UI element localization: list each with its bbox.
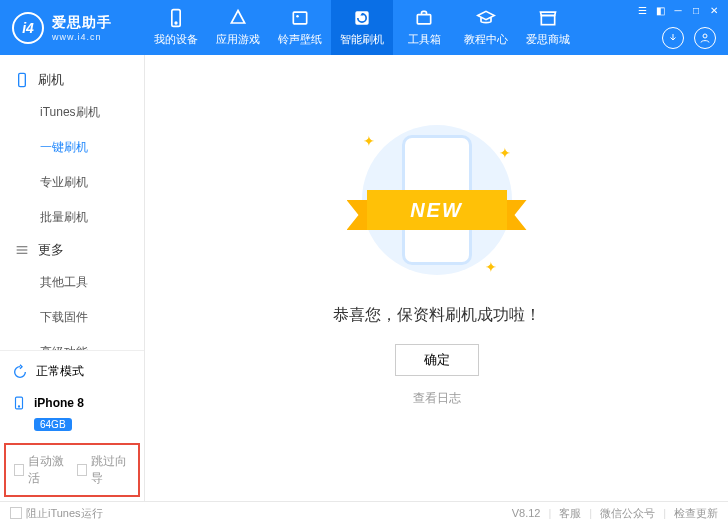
checkbox-label: 阻止iTunes运行 [26,506,103,521]
ribbon-text: NEW [367,190,507,230]
nav-ringtones[interactable]: 铃声壁纸 [269,0,331,55]
footer: 阻止iTunes运行 V8.12 | 客服 | 微信公众号 | 检查更新 [0,501,728,524]
svg-rect-6 [541,16,554,25]
sidebar-item-oneclick-flash[interactable]: 一键刷机 [0,130,144,165]
storage-badge: 64GB [34,418,72,431]
checkbox-icon [77,464,87,476]
close-icon[interactable]: ✕ [708,4,720,16]
success-message: 恭喜您，保资料刷机成功啦！ [333,305,541,326]
nav-label: 教程中心 [464,32,508,47]
toolbox-icon [414,8,434,28]
sidebar-item-itunes-flash[interactable]: iTunes刷机 [0,95,144,130]
skin-icon[interactable]: ◧ [654,4,666,16]
svg-point-7 [703,34,707,38]
auto-activate-checkbox[interactable]: 自动激活 [14,453,67,487]
sidebar-item-pro-flash[interactable]: 专业刷机 [0,165,144,200]
nav-label: 智能刷机 [340,32,384,47]
svg-rect-2 [293,12,306,24]
svg-rect-5 [417,15,430,24]
svg-point-13 [18,406,19,407]
logo-icon: i4 [12,12,44,44]
store-icon [538,8,558,28]
flash-icon [352,8,372,28]
nav-store[interactable]: 爱思商城 [517,0,579,55]
wechat-link[interactable]: 微信公众号 [600,506,655,521]
sidebar-item-other-tools[interactable]: 其他工具 [0,265,144,300]
nav-label: 我的设备 [154,32,198,47]
apps-icon [228,8,248,28]
phone-icon [14,72,30,88]
user-icon [699,32,711,44]
nav-toolbox[interactable]: 工具箱 [393,0,455,55]
window-controls: ☰ ◧ ─ □ ✕ [636,4,720,16]
svg-point-3 [296,15,299,17]
update-link[interactable]: 检查更新 [674,506,718,521]
block-itunes-checkbox[interactable]: 阻止iTunes运行 [10,506,103,521]
checkbox-icon [14,464,24,476]
group-title: 更多 [38,241,64,259]
logo-area: i4 爱思助手 www.i4.cn [0,0,145,55]
list-icon [14,242,30,258]
group-title: 刷机 [38,71,64,89]
refresh-icon[interactable] [12,364,28,380]
minimize-icon[interactable]: ─ [672,4,684,16]
brand-subtitle: www.i4.cn [52,32,112,42]
nav-my-device[interactable]: 我的设备 [145,0,207,55]
sidebar-group-flash: 刷机 [0,65,144,95]
ok-button[interactable]: 确定 [395,344,479,376]
nav-tutorials[interactable]: 教程中心 [455,0,517,55]
graduation-icon [476,8,496,28]
menu-icon[interactable]: ☰ [636,4,648,16]
main-content: ✦ ✦ ✦ ☺ NEW 恭喜您，保资料刷机成功啦！ 确定 查看日志 [145,55,728,501]
device-phone-icon [12,394,26,412]
phone-icon [166,8,186,28]
sidebar: 刷机 iTunes刷机 一键刷机 专业刷机 批量刷机 更多 其他工具 下载固件 … [0,55,145,501]
image-icon [290,8,310,28]
skip-guide-checkbox[interactable]: 跳过向导 [77,453,130,487]
download-icon [667,32,679,44]
checkbox-icon [10,507,22,519]
svg-point-1 [175,22,177,24]
sidebar-item-download-firmware[interactable]: 下载固件 [0,300,144,335]
header-actions [662,27,716,49]
maximize-icon[interactable]: □ [690,4,702,16]
version-text: V8.12 [512,507,541,519]
checkbox-label: 自动激活 [28,453,67,487]
device-panel: 正常模式 iPhone 8 64GB [0,350,144,439]
device-name: iPhone 8 [34,396,84,410]
top-nav: 我的设备 应用游戏 铃声壁纸 智能刷机 工具箱 教程中心 爱思商城 [145,0,579,55]
sidebar-item-advanced[interactable]: 高级功能 [0,335,144,350]
nav-label: 应用游戏 [216,32,260,47]
user-button[interactable] [694,27,716,49]
nav-label: 铃声壁纸 [278,32,322,47]
nav-apps[interactable]: 应用游戏 [207,0,269,55]
nav-label: 爱思商城 [526,32,570,47]
options-row: 自动激活 跳过向导 [4,443,140,497]
device-mode: 正常模式 [36,363,84,380]
app-header: i4 爱思助手 www.i4.cn 我的设备 应用游戏 铃声壁纸 智能刷机 工具… [0,0,728,55]
brand-title: 爱思助手 [52,14,112,32]
svg-rect-8 [19,73,26,86]
success-illustration: ✦ ✦ ✦ ☺ NEW [337,115,537,285]
sidebar-item-batch-flash[interactable]: 批量刷机 [0,200,144,235]
sidebar-group-more: 更多 [0,235,144,265]
nav-label: 工具箱 [408,32,441,47]
nav-flash[interactable]: 智能刷机 [331,0,393,55]
view-log-link[interactable]: 查看日志 [413,390,461,407]
download-button[interactable] [662,27,684,49]
support-link[interactable]: 客服 [559,506,581,521]
checkbox-label: 跳过向导 [91,453,130,487]
